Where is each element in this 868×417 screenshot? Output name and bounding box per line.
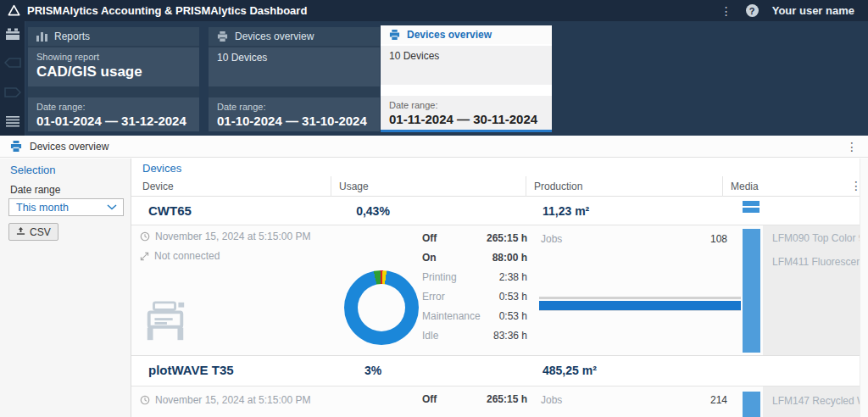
device-row-detail: November 15, 2024 at 5:15:00 PM Off265:1… [131, 386, 868, 417]
printer-icon [10, 141, 22, 152]
production-value: 485,25 m² [542, 364, 597, 377]
media-name: LFM147 Recycled White [772, 395, 860, 407]
connection-row: Not connected [140, 250, 220, 262]
card-header-label: Devices overview [407, 29, 492, 41]
status-donut-chart [344, 270, 419, 345]
status-label: Printing [422, 271, 457, 283]
date-range-selected-value: This month [9, 202, 69, 214]
devices-overview-section-header: Devices overview ⋮ [0, 136, 868, 158]
jobs-label: Jobs [541, 233, 562, 245]
device-count: 10 Devices [217, 52, 371, 64]
media-name: LFM090 Top Color 90gsm [772, 232, 860, 244]
connection-status: Not connected [154, 250, 220, 262]
device-name[interactable]: plotWAVE T35 [148, 363, 234, 377]
top-bar: PRISMAlytics Accounting & PRISMAlytics D… [0, 0, 868, 21]
last-update-timestamp: November 15, 2024 at 5:15:00 PM [155, 394, 310, 406]
devices-overview-card[interactable]: Devices overview 10 Devices Date range: … [209, 27, 380, 131]
column-divider [331, 176, 331, 197]
disconnected-icon [140, 252, 149, 261]
card-header-label: Reports [54, 31, 90, 42]
media-usage-bar [743, 229, 760, 353]
devices-title: Devices [142, 162, 181, 175]
devices-overview-card-selected[interactable]: Devices overview 10 Devices Date range: … [381, 25, 552, 132]
device-name[interactable]: CWT65 [148, 203, 192, 218]
date-range-select[interactable]: This month [8, 198, 124, 216]
date-range-value: 01-01-2024 — 31-12-2024 [36, 114, 191, 128]
export-icon [16, 227, 25, 236]
status-list: Off265:15 h [422, 386, 527, 412]
status-value: 0:53 h [499, 291, 527, 303]
status-label: Error [422, 291, 445, 303]
status-value: 2:38 h [499, 271, 527, 283]
timestamp-row: November 15, 2024 at 5:15:00 PM [140, 231, 310, 242]
jobs-label: Jobs [541, 394, 562, 406]
status-label: Maintenance [422, 310, 481, 322]
app-title: PRISMAlytics Accounting & PRISMAlytics D… [27, 4, 307, 17]
status-value: 83:36 h [493, 330, 527, 342]
user-menu[interactable]: Your user name [772, 4, 854, 17]
device-row-summary[interactable]: CWT65 0,43% 11,23 m² [131, 197, 868, 225]
card-header-label: Devices overview [235, 31, 314, 42]
dashboard-header-area: Reports Showing report CAD/GIS usage Dat… [0, 21, 868, 136]
column-divider [526, 176, 526, 197]
status-label: Idle [422, 330, 438, 342]
media-detail-area [763, 225, 860, 355]
section-title: Devices overview [30, 141, 108, 153]
table-header-row: Device Usage Production Media ⋮ [131, 176, 868, 197]
device-row-detail: November 15, 2024 at 5:15:00 PM Not conn… [131, 225, 868, 356]
status-list: Off265:15 h On88:00 h Printing2:38 h Err… [422, 228, 527, 345]
date-range-label: Date range: [36, 102, 191, 112]
col-media[interactable]: Media [731, 181, 759, 192]
date-range-value: 01-10-2024 — 31-10-2024 [217, 114, 371, 128]
status-label: Off [422, 232, 437, 244]
reports-card[interactable]: Reports Showing report CAD/GIS usage Dat… [28, 27, 199, 131]
jobs-value: 214 [640, 394, 727, 406]
timestamp-row: November 15, 2024 at 5:15:00 PM [140, 394, 310, 406]
status-label: Off [422, 393, 437, 405]
date-range-label: Date range: [389, 100, 543, 110]
csv-export-button[interactable]: CSV [8, 223, 58, 241]
showing-report-label: Showing report [36, 52, 191, 62]
chevron-down-icon [107, 204, 117, 210]
app-window: PRISMAlytics Accounting & PRISMAlytics D… [0, 0, 868, 417]
usage-value: 3% [335, 364, 411, 377]
col-device[interactable]: Device [142, 181, 174, 192]
status-label: On [422, 252, 437, 264]
tag-left-icon[interactable] [4, 58, 21, 68]
section-overflow-menu-icon[interactable]: ⋮ [846, 141, 858, 153]
printer-icon [389, 30, 400, 40]
report-name: CAD/GIS usage [36, 64, 191, 81]
jobs-bar-chart [539, 297, 741, 311]
topbar-overflow-menu-icon[interactable]: ⋮ [721, 5, 732, 17]
col-production[interactable]: Production [534, 181, 582, 192]
jobs-value: 108 [640, 233, 727, 245]
last-update-timestamp: November 15, 2024 at 5:15:00 PM [155, 231, 310, 242]
menu-icon[interactable] [6, 116, 19, 127]
scrollbar-track[interactable] [860, 158, 868, 417]
status-value: 0:53 h [499, 310, 527, 322]
col-usage[interactable]: Usage [339, 181, 369, 192]
selection-title: Selection [10, 164, 55, 176]
prismalytics-logo-icon [8, 4, 20, 17]
status-value: 265:15 h [487, 232, 527, 244]
selection-panel: Selection Date range This month CSV [0, 158, 131, 417]
printer-icon [217, 31, 228, 42]
devices-panel: Devices Device Usage Production Media ⋮ … [131, 158, 868, 417]
media-name: LFM411 Fluorescent Pap [772, 256, 860, 268]
tag-right-icon[interactable] [4, 87, 21, 97]
status-value: 88:00 h [492, 252, 527, 264]
dashboard-panel-icon[interactable] [5, 28, 20, 42]
date-range-label: Date range: [217, 102, 371, 112]
date-range-label: Date range [10, 184, 60, 196]
status-value: 265:15 h [487, 393, 527, 405]
clock-icon [140, 231, 150, 242]
report-icon [36, 32, 47, 42]
date-range-value: 01-11-2024 — 30-11-2024 [389, 112, 543, 126]
topbar-right-group: ⋮ ? Your user name [721, 4, 868, 17]
device-row-summary[interactable]: plotWAVE T35 3% 485,25 m² [131, 356, 868, 386]
help-icon[interactable]: ? [746, 4, 759, 17]
usage-value: 0,43% [335, 204, 411, 218]
production-value: 11,23 m² [542, 204, 589, 218]
column-divider [722, 176, 723, 197]
csv-label: CSV [30, 226, 51, 238]
